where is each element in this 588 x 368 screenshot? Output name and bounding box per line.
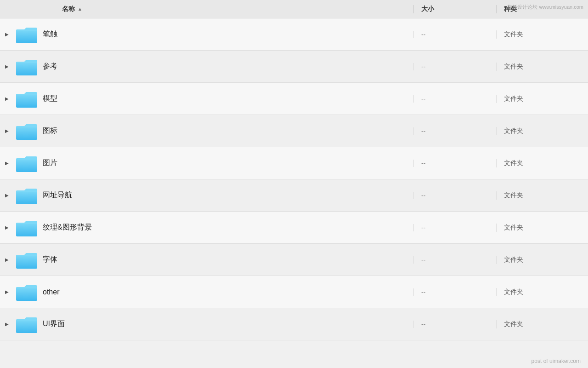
expand-arrow[interactable]: ▶ [0,193,14,198]
chevron-right-icon: ▶ [5,96,9,101]
file-name: 参考 [39,62,413,71]
svg-rect-11 [16,190,37,204]
chevron-right-icon: ▶ [5,289,9,294]
file-type: 文件夹 [496,159,588,167]
table-header: 名称 ▲ 大小 种类 [0,0,588,18]
chevron-right-icon: ▶ [5,193,9,198]
file-type: 文件夹 [496,191,588,200]
svg-rect-19 [16,319,37,333]
file-list: ▶ 笔触 -- 文件夹 ▶ [0,18,588,354]
chevron-right-icon: ▶ [5,32,9,37]
chevron-right-icon: ▶ [5,161,9,166]
header-type[interactable]: 种类 [496,5,588,13]
chevron-right-icon: ▶ [5,64,9,69]
sort-arrow-icon[interactable]: ▲ [78,6,82,12]
folder-icon [14,122,39,140]
expand-arrow[interactable]: ▶ [0,257,14,262]
folder-icon [14,219,39,236]
svg-rect-15 [16,255,37,269]
file-size: -- [413,160,496,167]
chevron-right-icon: ▶ [5,225,9,230]
table-row[interactable]: ▶ 参考 -- 文件夹 [0,51,588,83]
svg-rect-17 [16,287,37,301]
table-row[interactable]: ▶ other -- 文件夹 [0,276,588,308]
file-name: 图标 [39,126,413,136]
file-type: 文件夹 [496,320,588,328]
svg-rect-5 [16,94,37,108]
file-size: -- [413,321,496,328]
svg-rect-1 [16,29,37,43]
svg-rect-9 [16,158,37,172]
folder-icon [14,155,39,172]
table-row[interactable]: ▶ 模型 -- 文件夹 [0,83,588,115]
folder-icon [14,58,39,75]
folder-icon [14,26,39,43]
file-name: 笔触 [39,29,413,39]
table-row[interactable]: ▶ 图标 -- 文件夹 [0,115,588,147]
file-size: -- [413,127,496,135]
table-row[interactable]: ▶ UI界面 -- 文件夹 [0,308,588,340]
file-type: 文件夹 [496,224,588,232]
folder-icon [14,251,39,269]
expand-arrow[interactable]: ▶ [0,128,14,133]
folder-icon [14,316,39,333]
table-row[interactable]: ▶ 笔触 -- 文件夹 [0,18,588,51]
header-name[interactable]: 名称 ▲ [39,5,413,13]
expand-arrow[interactable]: ▶ [0,32,14,37]
expand-arrow[interactable]: ▶ [0,322,14,327]
file-type: 文件夹 [496,256,588,264]
expand-arrow[interactable]: ▶ [0,289,14,294]
header-size[interactable]: 大小 [413,5,496,13]
file-name: 模型 [39,94,413,104]
expand-arrow[interactable]: ▶ [0,64,14,69]
main-container: 模板设计论坛 www.missyuan.com 名称 ▲ 大小 种类 ▶ [0,0,588,368]
file-name: UI界面 [39,319,413,329]
svg-rect-3 [16,62,37,75]
file-size: -- [413,95,496,103]
file-size: -- [413,31,496,38]
chevron-right-icon: ▶ [5,128,9,133]
expand-arrow[interactable]: ▶ [0,161,14,166]
file-name: 字体 [39,255,413,264]
svg-rect-7 [16,126,37,140]
file-size: -- [413,192,496,199]
file-size: -- [413,63,496,70]
file-type: 文件夹 [496,63,588,71]
footer: post of uimaker.com [0,354,588,368]
file-type: 文件夹 [496,95,588,103]
file-type: 文件夹 [496,127,588,135]
svg-rect-13 [16,223,37,236]
file-type: 文件夹 [496,30,588,39]
folder-icon [14,283,39,301]
folder-icon [14,90,39,108]
table-row[interactable]: ▶ 纹理&图形背景 -- 文件夹 [0,212,588,244]
file-name: 网址导航 [39,190,413,200]
table-row[interactable]: ▶ 图片 -- 文件夹 [0,147,588,179]
file-name: other [39,288,413,296]
expand-arrow[interactable]: ▶ [0,96,14,101]
file-size: -- [413,256,496,264]
table-row[interactable]: ▶ 网址导航 -- 文件夹 [0,179,588,212]
file-size: -- [413,224,496,231]
expand-arrow[interactable]: ▶ [0,225,14,230]
table-row[interactable]: ▶ 字体 -- 文件夹 [0,244,588,276]
folder-icon [14,187,39,204]
file-size: -- [413,288,496,296]
file-type: 文件夹 [496,288,588,296]
chevron-right-icon: ▶ [5,322,9,327]
file-name: 纹理&图形背景 [39,223,413,232]
file-name: 图片 [39,158,413,168]
chevron-right-icon: ▶ [5,257,9,262]
